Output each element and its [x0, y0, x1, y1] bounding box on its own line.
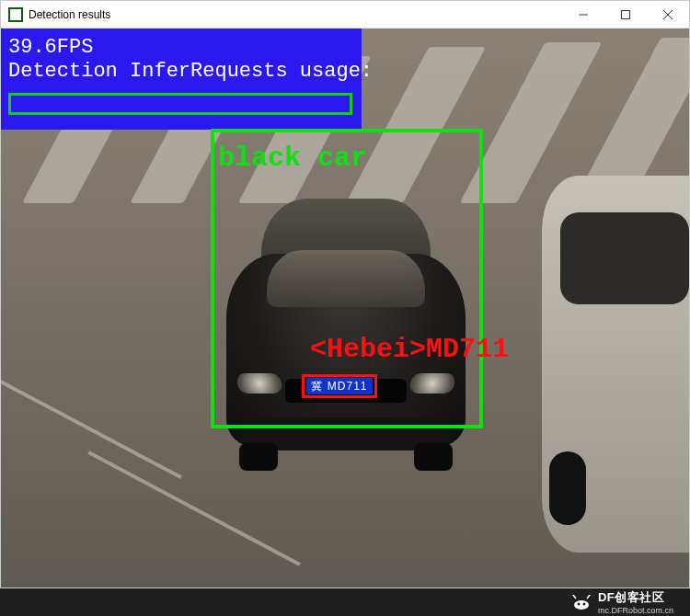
footer-url: mc.DFRobot.com.cn [598, 606, 673, 615]
watermark-footer: DF创客社区 mc.DFRobot.com.cn [0, 588, 690, 616]
svg-rect-1 [622, 10, 630, 18]
close-icon [663, 10, 673, 19]
svg-point-4 [574, 600, 589, 610]
footer-brand: DF创客社区 [598, 589, 673, 606]
maximize-icon [621, 10, 630, 19]
vehicle-label: black car [218, 143, 367, 174]
maximize-button[interactable] [604, 1, 647, 29]
close-button[interactable] [647, 1, 689, 29]
video-frame: 冀 MD711 39.6FPS Detection InferRequests … [1, 29, 689, 587]
window-controls [562, 1, 689, 29]
minimize-button[interactable] [562, 1, 604, 29]
footer-text: DF创客社区 mc.DFRobot.com.cn [598, 589, 673, 615]
plate-ocr-text: <Hebei>MD711 [310, 334, 509, 365]
stats-overlay: 39.6FPS Detection InferRequests usage: [1, 29, 362, 130]
plate-bbox [302, 374, 377, 398]
svg-point-5 [577, 603, 580, 606]
svg-point-6 [582, 603, 585, 606]
usage-bar [8, 93, 352, 115]
titlebar: Detection results [1, 1, 689, 29]
secondary-vehicle [542, 176, 689, 553]
window-title: Detection results [29, 8, 562, 21]
minimize-icon [579, 10, 588, 19]
usage-text: Detection InferRequests usage: [8, 60, 354, 84]
footer-logo-icon [572, 595, 591, 610]
app-window: Detection results [0, 0, 690, 588]
fps-text: 39.6FPS [8, 36, 354, 60]
app-icon [8, 7, 23, 22]
